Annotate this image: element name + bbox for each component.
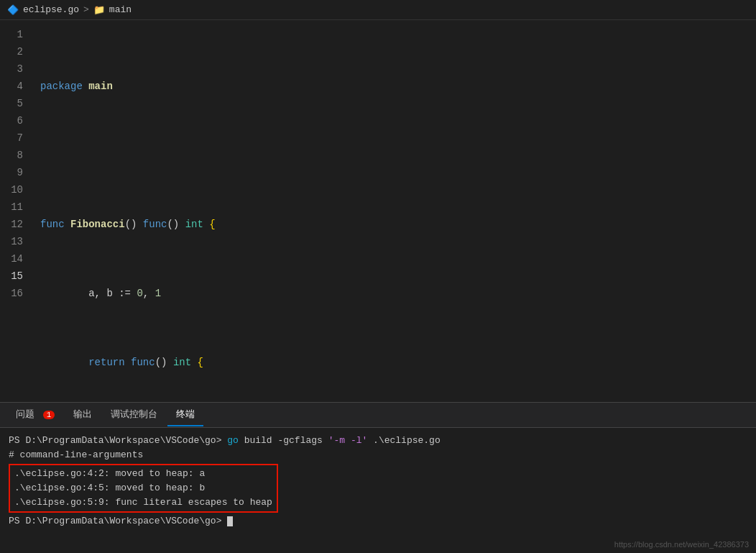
code-lines[interactable]: package main func Fibonacci() func() int…: [34, 20, 756, 402]
terminal-line-2: # command-line-arguments: [9, 448, 747, 462]
terminal-line-4: .\eclipse.go:4:5: moved to heap: b: [14, 481, 272, 495]
breadcrumb-bar: 🔷 eclipse.go > 📁 main: [0, 0, 756, 20]
breadcrumb-separator: >: [83, 4, 89, 15]
terminal-content[interactable]: PS D:\ProgramData\Workspace\VSCode\go> g…: [0, 428, 756, 553]
line-num-5: 5: [6, 95, 23, 112]
tab-output[interactable]: 输出: [65, 403, 101, 426]
line-num-8: 8: [6, 147, 23, 164]
line-numbers: 1 2 3 4 5 6 7 8 9 10 11 12 13 14 15 16: [0, 20, 34, 402]
tab-terminal[interactable]: 终端: [167, 403, 203, 426]
line-num-15: 15: [6, 268, 23, 285]
terminal-line-5: .\eclipse.go:5:9: func literal escapes t…: [14, 495, 272, 510]
terminal-line-3: .\eclipse.go:4:2: moved to heap: a: [14, 467, 272, 481]
terminal-prompt-line: PS D:\ProgramData\Workspace\VSCode\go>: [9, 514, 747, 529]
line-num-11: 11: [6, 198, 23, 216]
editor-area: 1 2 3 4 5 6 7 8 9 10 11 12 13 14 15 16 p…: [0, 20, 756, 402]
problems-badge: 1: [43, 411, 55, 419]
code-line-2: [34, 147, 756, 164]
terminal-cursor: [227, 516, 233, 526]
watermark: https://blog.csdn.net/weixin_42386373: [614, 540, 749, 549]
tab-debug-label: 调试控制台: [111, 409, 157, 420]
tab-problems-label: 问题: [16, 409, 34, 420]
code-line-1: package main: [34, 78, 756, 95]
line-num-13: 13: [6, 233, 23, 250]
panel-tabs: 问题 1 输出 调试控制台 终端: [0, 403, 756, 428]
line-num-2: 2: [6, 43, 23, 60]
line-num-9: 9: [6, 164, 23, 181]
tab-terminal-label: 终端: [176, 409, 195, 420]
line-num-14: 14: [6, 250, 23, 268]
code-line-3: func Fibonacci() func() int {: [34, 216, 756, 233]
panel: 问题 1 输出 调试控制台 终端 PS D:\ProgramData\Works…: [0, 402, 756, 553]
line-num-12: 12: [6, 216, 23, 233]
breadcrumb-folder: main: [109, 4, 132, 15]
file-icon: 🔷: [7, 4, 19, 16]
line-num-1: 1: [6, 26, 23, 43]
terminal-line-1: PS D:\ProgramData\Workspace\VSCode\go> g…: [9, 434, 747, 448]
code-container: 1 2 3 4 5 6 7 8 9 10 11 12 13 14 15 16 p…: [0, 20, 756, 402]
tab-debug-console[interactable]: 调试控制台: [102, 403, 166, 426]
code-line-4: a, b := 0, 1: [34, 285, 756, 302]
line-num-16: 16: [6, 285, 23, 302]
breadcrumb-file[interactable]: eclipse.go: [23, 4, 79, 15]
line-num-6: 6: [6, 112, 23, 129]
line-num-3: 3: [6, 60, 23, 78]
terminal-highlight-box: .\eclipse.go:4:2: moved to heap: a .\ecl…: [9, 464, 278, 513]
line-num-10: 10: [6, 181, 23, 198]
line-num-4: 4: [6, 78, 23, 95]
tab-problems[interactable]: 问题 1: [7, 403, 63, 426]
code-line-5: return func() int {: [34, 354, 756, 371]
line-num-7: 7: [6, 129, 23, 147]
folder-icon: 📁: [93, 4, 105, 16]
tab-output-label: 输出: [73, 409, 92, 420]
